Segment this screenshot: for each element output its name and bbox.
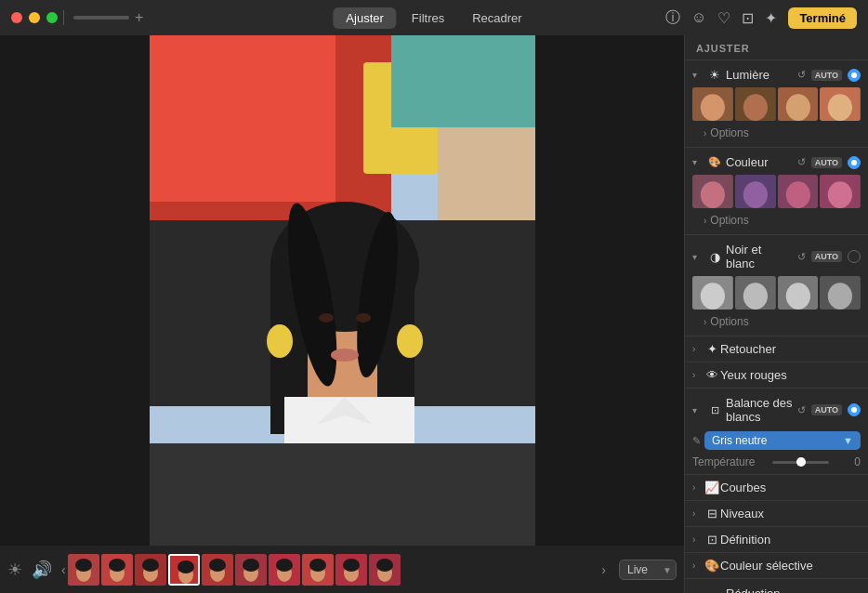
thumb-svg-2 (101, 554, 133, 586)
noir-blanc-toggle[interactable] (848, 250, 861, 263)
live-select[interactable]: Live Photo Vidéo (619, 560, 677, 580)
svg-point-72 (785, 283, 809, 310)
wb-header[interactable]: ▾ ⊡ Balance des blancs ↺ AUTO (685, 392, 868, 428)
nb-thumb-2[interactable] (735, 276, 776, 310)
noir-blanc-header[interactable]: ▾ ◑ Noir et blanc ↺ AUTO (685, 239, 868, 274)
close-button[interactable] (11, 12, 22, 23)
maximize-button[interactable] (46, 12, 58, 23)
lumiere-toggle[interactable] (848, 69, 861, 82)
svg-point-32 (178, 560, 194, 573)
niveaux-chevron: › (692, 508, 704, 519)
couleur-header[interactable]: ▾ 🎨 Couleur ↺ AUTO (685, 152, 868, 173)
svg-point-41 (276, 559, 293, 572)
recadrer-button[interactable]: Recadrer (459, 7, 534, 29)
lumiere-reset-icon[interactable]: ↺ (797, 69, 806, 81)
nb-thumb-3[interactable] (778, 276, 819, 310)
thumb-svg-7 (269, 554, 300, 586)
svg-point-19 (397, 324, 423, 358)
noir-blanc-thumbnails (685, 274, 868, 313)
lumiere-thumb-4[interactable] (820, 87, 861, 121)
filmstrip-thumb-1[interactable] (68, 554, 99, 586)
face-icon[interactable]: ☺ (691, 9, 706, 26)
filmstrip-thumb-9[interactable] (335, 554, 367, 586)
share-icon[interactable]: ⊡ (742, 9, 754, 27)
lumiere-title: Lumière (726, 68, 794, 82)
couleur-auto-badge[interactable]: AUTO (811, 157, 842, 168)
cthumb-svg-4 (820, 175, 861, 208)
lumiere-thumb-2[interactable] (735, 87, 776, 121)
live-select-container[interactable]: Live Photo Vidéo ▼ (619, 560, 677, 580)
filmstrip-thumbs (68, 554, 600, 586)
svg-point-56 (785, 94, 809, 121)
filmstrip-left-arrow[interactable]: ‹ (61, 562, 66, 577)
nb-thumb-1[interactable] (692, 276, 733, 310)
add-button[interactable]: + (135, 9, 143, 26)
filmstrip-thumb-3[interactable] (135, 554, 166, 586)
filmstrip-thumb-7[interactable] (269, 554, 300, 586)
niveaux-section[interactable]: › ⊟ Niveaux (685, 501, 868, 527)
filmstrip-thumb-5[interactable] (202, 554, 233, 586)
yeux-rouges-icon: 👁 (704, 368, 720, 382)
wb-icon: ⊡ (707, 404, 722, 416)
done-button[interactable]: Terminé (788, 7, 857, 29)
wb-select[interactable]: Gris neutre ▼ (704, 431, 861, 450)
photo-svg (150, 35, 535, 546)
brightness-slider[interactable] (73, 16, 129, 20)
svg-point-38 (243, 559, 259, 572)
couleur-thumb-2[interactable] (735, 175, 776, 208)
filmstrip-thumb-2[interactable] (101, 554, 133, 586)
filmstrip-thumb-4[interactable] (168, 554, 200, 586)
couleur-thumb-1[interactable] (692, 175, 733, 208)
couleur-reset-icon[interactable]: ↺ (797, 156, 806, 168)
magic-icon[interactable]: ✦ (765, 9, 777, 27)
noir-blanc-options[interactable]: › Options (685, 313, 868, 332)
yeux-rouges-section[interactable]: › 👁 Yeux rouges (685, 362, 868, 389)
niveaux-title: Niveaux (720, 507, 861, 521)
noir-blanc-title: Noir et blanc (726, 243, 794, 270)
wb-temperature-row: Température 0 (685, 454, 868, 470)
svg-point-18 (267, 324, 293, 358)
wb-toggle[interactable] (848, 403, 861, 416)
lumiere-header[interactable]: ▾ ☀ Lumière ↺ AUTO (685, 64, 868, 86)
cthumb-svg-1 (692, 175, 733, 208)
retoucher-icon: ✦ (704, 342, 720, 356)
filmstrip-right-arrow[interactable]: › (601, 562, 606, 577)
titlebar: + Ajuster Filtres Recadrer ⓘ ☺ ♡ ⊡ ✦ Ter… (0, 0, 868, 35)
nb-thumb-4[interactable] (820, 276, 861, 310)
courbes-section[interactable]: › 📈 Courbes (685, 475, 868, 501)
lumiere-thumb-3[interactable] (778, 87, 819, 121)
couleur-thumb-3[interactable] (778, 175, 819, 208)
wb-reset-icon[interactable]: ↺ (797, 404, 806, 416)
couleur-options[interactable]: › Options (685, 212, 868, 231)
photo-container (0, 35, 684, 546)
noir-blanc-reset-icon[interactable]: ↺ (797, 251, 806, 263)
photo-display (150, 35, 535, 546)
couleur-toggle[interactable] (848, 156, 861, 169)
couleur-selective-section[interactable]: › 🎨 Couleur sélective (685, 553, 868, 579)
definition-section[interactable]: › ⊡ Définition (685, 527, 868, 553)
filtres-button[interactable]: Filtres (399, 7, 457, 29)
heart-icon[interactable]: ♡ (717, 9, 730, 27)
couleur-thumb-4[interactable] (820, 175, 861, 208)
ajuster-button[interactable]: Ajuster (333, 7, 396, 29)
filmstrip-thumb-8[interactable] (302, 554, 334, 586)
lumiere-options[interactable]: › Options (685, 125, 868, 143)
filmstrip-thumb-10[interactable] (369, 554, 401, 586)
info-icon[interactable]: ⓘ (665, 8, 680, 28)
separator (63, 10, 64, 25)
noise-header[interactable]: ▾ ⊡ Réduction du bruit ↺ AUTO (685, 583, 868, 593)
noir-blanc-auto-badge[interactable]: AUTO (811, 251, 842, 262)
filmstrip-thumb-6[interactable] (235, 554, 267, 586)
right-panel: AJUSTER ▾ ☀ Lumière ↺ AUTO (684, 35, 868, 593)
thumb-svg-9 (335, 554, 367, 586)
retoucher-section[interactable]: › ✦ Retoucher (685, 336, 868, 362)
lumiere-auto-badge[interactable]: AUTO (811, 70, 842, 81)
wb-auto-badge[interactable]: AUTO (811, 404, 842, 415)
toolbar-right: ⓘ ☺ ♡ ⊡ ✦ Terminé (665, 7, 857, 29)
minimize-button[interactable] (29, 12, 40, 23)
wb-temperature-slider[interactable] (772, 461, 829, 464)
thumb-svg-5 (202, 554, 233, 586)
nb-svg-2 (735, 276, 776, 310)
lumiere-options-chevron: › (704, 128, 706, 138)
lumiere-thumb-1[interactable] (692, 87, 733, 121)
